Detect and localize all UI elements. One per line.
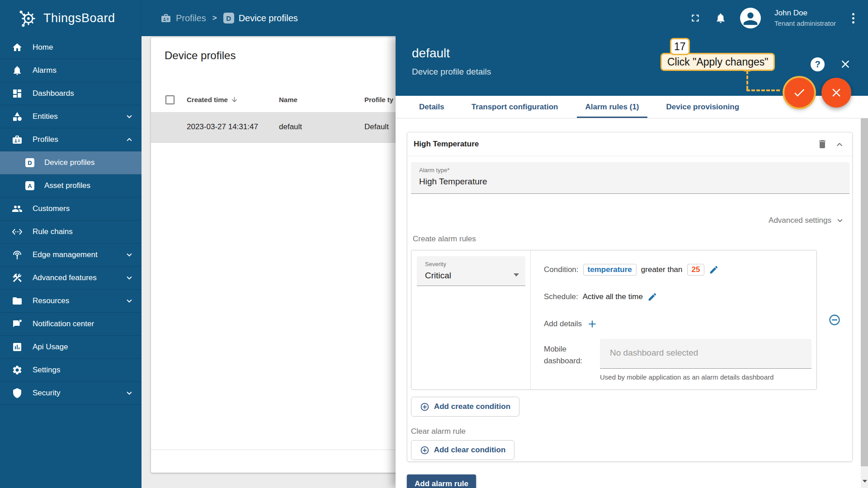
- entities-icon: [12, 111, 23, 122]
- tab-alarm-rules[interactable]: Alarm rules (1): [571, 96, 652, 118]
- alarm-rule-name: High Temperature: [414, 140, 479, 149]
- chevron-up-icon: [124, 135, 134, 145]
- edit-condition-icon[interactable]: [709, 265, 719, 275]
- mobile-dashboard-select[interactable]: No dashboard selected: [600, 339, 811, 369]
- close-panel-icon[interactable]: [839, 58, 852, 70]
- sort-descending-icon: [231, 96, 238, 103]
- alarm-type-value: High Temperature: [419, 177, 487, 187]
- bell-icon: [12, 65, 23, 76]
- notifications-bell-icon[interactable]: [715, 12, 726, 24]
- severity-select[interactable]: Severity Critical: [417, 256, 525, 286]
- sidebar-item-advanced-features[interactable]: Advanced features: [0, 267, 142, 290]
- select-all-checkbox[interactable]: [165, 95, 175, 104]
- sidebar-item-profiles[interactable]: Profiles: [0, 128, 142, 151]
- annotation-callout: Click "Apply changes": [660, 53, 775, 71]
- sidebar-item-home[interactable]: Home: [0, 36, 142, 59]
- logo-text: ThingsBoard: [43, 11, 115, 25]
- sidebar-item-dashboards[interactable]: Dashboards: [0, 82, 142, 105]
- chevron-down-icon: [835, 216, 845, 225]
- more-menu-icon[interactable]: [849, 10, 857, 26]
- sidebar-item-entities[interactable]: Entities: [0, 105, 142, 128]
- dashboards-icon: [12, 88, 23, 99]
- sidebar-item-notification-center[interactable]: Notification center: [0, 313, 142, 336]
- sidebar-item-api-usage[interactable]: Api Usage: [0, 336, 142, 359]
- sidebar-item-rule-chains[interactable]: Rule chains: [0, 221, 142, 244]
- user-name: John Doe: [774, 8, 836, 18]
- apply-changes-button[interactable]: [784, 78, 814, 108]
- breadcrumb-current-label: Device profiles: [239, 13, 298, 23]
- edit-schedule-icon[interactable]: [647, 292, 657, 302]
- user-avatar[interactable]: [740, 8, 761, 28]
- sidebar-label: Resources: [33, 296, 69, 305]
- user-role: Tenant administrator: [774, 18, 836, 28]
- sidebar-label: Customers: [33, 204, 70, 213]
- clear-alarm-rule-label: Clear alarm rule: [411, 427, 466, 436]
- breadcrumb-profiles[interactable]: Profiles: [160, 13, 206, 23]
- breadcrumb: Profiles > D Device profiles: [160, 13, 298, 23]
- column-created-time[interactable]: Created time: [187, 96, 238, 103]
- sidebar-label: Entities: [33, 112, 58, 121]
- column-name[interactable]: Name: [279, 96, 297, 103]
- sidebar-item-device-profiles[interactable]: D Device profiles: [0, 151, 142, 174]
- sidebar-item-settings[interactable]: Settings: [0, 359, 142, 382]
- home-icon: [12, 42, 23, 53]
- chart-icon: [12, 342, 23, 352]
- add-details-label: Add details: [544, 319, 582, 328]
- asset-profiles-icon: A: [25, 181, 34, 190]
- alarm-rule-card: High Temperature Alarm type* High Temper…: [407, 132, 853, 462]
- annotation-step-badge: 17: [670, 38, 690, 55]
- add-details-plus-icon[interactable]: [586, 318, 598, 330]
- delete-rule-icon[interactable]: [817, 139, 828, 150]
- column-profile-type[interactable]: Profile ty: [364, 96, 393, 103]
- sidebar-item-alarms[interactable]: Alarms: [0, 59, 142, 82]
- add-alarm-rule-button[interactable]: Add alarm rule: [407, 474, 476, 488]
- fullscreen-icon[interactable]: [689, 12, 701, 24]
- shield-icon: [12, 388, 23, 399]
- add-clear-condition-label: Add clear condition: [434, 446, 506, 455]
- device-profile-badge-icon: D: [223, 13, 234, 23]
- sidebar-label: Advanced features: [33, 273, 97, 282]
- sidebar-label: Settings: [33, 366, 60, 375]
- breadcrumb-device-profiles[interactable]: D Device profiles: [223, 13, 298, 23]
- check-icon: [793, 86, 806, 99]
- user-info[interactable]: John Doe Tenant administrator: [774, 8, 836, 28]
- tools-icon: [12, 272, 23, 283]
- people-icon: [12, 203, 23, 214]
- schedule-value: Active all the time: [583, 292, 643, 301]
- schedule-row: Schedule: Active all the time: [544, 289, 657, 305]
- mobile-dashboard-label: Mobile dashboard:: [544, 343, 594, 367]
- scrollbar-thumb[interactable]: [861, 118, 868, 466]
- advanced-settings-toggle[interactable]: Advanced settings: [769, 215, 845, 226]
- thingsboard-logo[interactable]: ThingsBoard: [0, 0, 142, 36]
- add-create-condition-button[interactable]: Add create condition: [411, 397, 519, 417]
- rule-chains-icon: [12, 226, 23, 237]
- page-title: Device profiles: [165, 49, 236, 62]
- severity-column: Severity Critical: [411, 250, 531, 389]
- tab-transport-configuration[interactable]: Transport configuration: [458, 96, 572, 118]
- add-clear-condition-button[interactable]: Add clear condition: [411, 440, 514, 460]
- scrollbar-down-arrow-icon[interactable]: [863, 480, 867, 483]
- alarm-type-field[interactable]: Alarm type* High Temperature: [411, 162, 849, 194]
- sidebar-item-asset-profiles[interactable]: A Asset profiles: [0, 174, 142, 197]
- sidebar-label: Rule chains: [33, 227, 73, 236]
- collapse-rule-icon[interactable]: [834, 139, 845, 150]
- annotation-connector-horizontal: [746, 89, 780, 91]
- remove-condition-icon[interactable]: [828, 314, 841, 326]
- tab-details[interactable]: Details: [406, 96, 458, 118]
- help-button[interactable]: ?: [811, 57, 825, 71]
- sidebar-label: Api Usage: [33, 343, 68, 352]
- chevron-down-icon: [124, 296, 134, 306]
- alarm-type-label: Alarm type*: [419, 167, 449, 174]
- panel-title: default: [412, 46, 450, 61]
- breadcrumb-parent-label: Profiles: [176, 13, 206, 23]
- sidebar-item-customers[interactable]: Customers: [0, 197, 142, 221]
- sidebar-label: Asset profiles: [44, 181, 90, 190]
- tab-device-provisioning[interactable]: Device provisioning: [653, 96, 753, 118]
- sidebar-item-edge-management[interactable]: Edge management: [0, 244, 142, 267]
- sidebar-item-security[interactable]: Security: [0, 382, 142, 405]
- profiles-badge-icon: [12, 134, 23, 145]
- close-icon: [830, 86, 843, 99]
- discard-changes-button[interactable]: [821, 78, 851, 108]
- sidebar-item-resources[interactable]: Resources: [0, 290, 142, 313]
- chevron-down-icon: [124, 273, 134, 283]
